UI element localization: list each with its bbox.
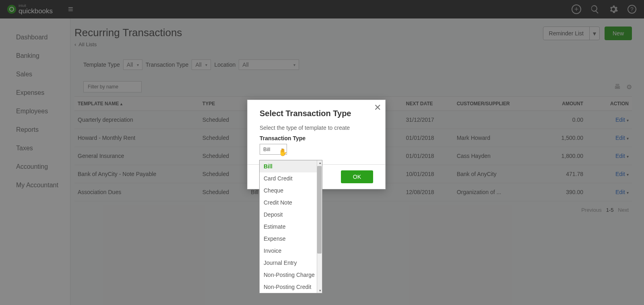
dropdown-option[interactable]: Non-Posting Credit <box>260 281 322 293</box>
modal-txn-type-select[interactable]: Bill ▾ <box>260 144 287 155</box>
dropdown-scrollbar[interactable]: ▴ ▾ <box>317 160 322 293</box>
scroll-up-arrow-icon[interactable]: ▴ <box>319 161 321 165</box>
txn-type-dropdown[interactable]: BillCard CreditChequeCredit NoteDepositE… <box>259 160 322 293</box>
modal-title: Select Transaction Type <box>260 109 373 118</box>
dropdown-option[interactable]: Deposit <box>260 209 322 221</box>
ok-button[interactable]: OK <box>341 170 373 183</box>
scroll-down-arrow-icon[interactable]: ▾ <box>319 289 321 293</box>
chevron-down-icon: ▾ <box>281 147 283 151</box>
dropdown-option[interactable]: Bill <box>260 160 322 172</box>
dropdown-option[interactable]: Estimate <box>260 221 322 233</box>
dropdown-option[interactable]: Credit Note <box>260 197 322 209</box>
dropdown-option[interactable]: Invoice <box>260 245 322 257</box>
dropdown-option[interactable]: Cheque <box>260 184 322 197</box>
modal-txn-type-label: Transaction Type <box>260 135 373 141</box>
dropdown-option[interactable]: Journal Entry <box>260 257 322 269</box>
scrollbar-thumb[interactable] <box>317 166 322 254</box>
dropdown-option[interactable]: Non-Posting Charge <box>260 269 322 281</box>
modal-subtitle: Select the type of template to create <box>260 125 373 131</box>
dropdown-option[interactable]: Expense <box>260 233 322 245</box>
dropdown-option[interactable]: Card Credit <box>260 172 322 184</box>
close-icon[interactable]: ✕ <box>374 102 381 113</box>
